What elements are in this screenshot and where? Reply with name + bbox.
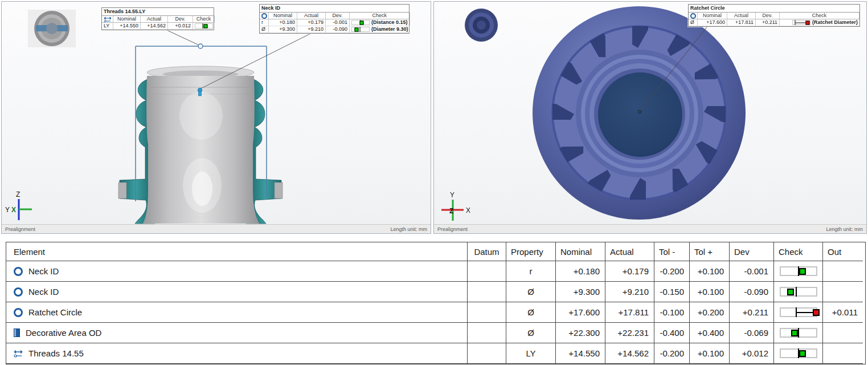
axis-triad: Y X Z [441, 191, 470, 221]
dev-value: -0.090 [326, 26, 350, 33]
tol-minus-value: -0.150 [654, 282, 690, 302]
circle-icon [14, 267, 23, 276]
header-out[interactable]: Out [823, 242, 863, 261]
part-thumbnail [28, 10, 76, 47]
actual-value: +22.231 [605, 323, 654, 343]
viewport-top-view[interactable]: Y X Z Prealignment Length unit: mm [433, 1, 867, 234]
actual-value: +0.179 [297, 19, 326, 26]
axis-label-y: Y [450, 191, 455, 199]
tol-plus-value: +0.100 [690, 282, 730, 302]
nominal-value: +9.300 [269, 26, 297, 33]
col-actual: Actual [727, 13, 756, 19]
annotation-threads[interactable]: Threads 14.55.LY Nominal Actual Dev. Che… [101, 7, 214, 30]
header-tol-plus[interactable]: Tol + [690, 242, 730, 261]
element-name: Threads 14.55 [28, 348, 84, 358]
property-label: LY [102, 23, 113, 30]
axis-label-z: Z [449, 207, 453, 215]
tol-minus-value: -0.100 [654, 302, 690, 323]
check-label: (Ratchet Diameter) [812, 19, 858, 26]
actual-value: +17.811 [605, 302, 654, 323]
viewport-front-view[interactable]: Z Y X Prealignment Length unit: mm [1, 1, 431, 234]
header-datum[interactable]: Datum [468, 242, 506, 261]
tol-plus-value: +0.100 [690, 343, 730, 364]
header-tol-minus[interactable]: Tol - [654, 242, 690, 261]
col-nominal: Nominal [113, 16, 141, 23]
tol-minus-value: -0.200 [654, 261, 690, 282]
property-label: r [260, 19, 269, 26]
dev-value: +0.012 [730, 343, 774, 364]
annotation-neck-id[interactable]: Neck ID Nominal Actual Dev. Check r +0.1… [259, 4, 410, 34]
viewport-statusbar: Prealignment Length unit: mm [2, 224, 431, 233]
tolerance-indicator [780, 287, 817, 297]
distance-icon [104, 17, 112, 22]
cap-top-render: Y X Z [434, 2, 866, 225]
header-actual[interactable]: Actual [605, 242, 654, 261]
alignment-label: Prealignment [5, 226, 35, 232]
nominal-value: +17.600 [556, 302, 605, 323]
tolerance-indicator [780, 348, 817, 358]
nominal-value: +0.180 [556, 261, 605, 282]
dev-value: -0.001 [730, 261, 774, 282]
annotation-title: Ratchet Circle [689, 5, 859, 13]
dev-value: -0.090 [730, 282, 774, 302]
dev-value: +0.012 [168, 23, 193, 30]
nominal-value: +0.180 [269, 19, 297, 26]
part-thumbnail [465, 9, 498, 42]
axis-triad: Z Y X [5, 190, 32, 220]
header-element[interactable]: Element [6, 242, 468, 261]
dev-value: +0.211 [756, 19, 780, 26]
length-unit-label: Length unit: mm [390, 226, 427, 232]
neck-id-measure-point[interactable] [198, 88, 202, 96]
annotation-title: Threads 14.55.LY [102, 8, 214, 16]
header-nominal[interactable]: Nominal [556, 242, 605, 261]
col-dev: Dev. [756, 13, 780, 19]
annotation-ratchet-circle[interactable]: Ratchet Circle Nominal Actual Dev. Check… [688, 4, 860, 27]
tol-minus-value: -0.200 [654, 343, 690, 364]
out-value [823, 282, 863, 302]
col-nominal: Nominal [269, 13, 297, 19]
viewport-statusbar: Prealignment Length unit: mm [434, 224, 866, 233]
header-property[interactable]: Property [506, 242, 556, 261]
out-value: +0.011 [823, 302, 863, 323]
col-dev: Dev. [168, 16, 193, 23]
header-check[interactable]: Check [774, 242, 823, 261]
element-name: Ratchet Circle [28, 307, 82, 317]
col-actual: Actual [297, 13, 326, 19]
tolerance-indicator [195, 23, 213, 29]
nominal-value: +14.550 [556, 343, 605, 364]
tolerance-indicator [351, 20, 370, 25]
annotation-title: Neck ID [260, 5, 409, 13]
circle-icon [14, 308, 23, 317]
col-actual: Actual [141, 16, 168, 23]
col-check: Check [780, 13, 859, 19]
out-value [823, 343, 863, 364]
datum-value [468, 343, 506, 364]
circle-icon [261, 13, 267, 19]
header-dev[interactable]: Dev [730, 242, 774, 261]
property-value: r [506, 261, 556, 282]
datum-value [468, 282, 506, 302]
axis-label-x: X [11, 206, 16, 214]
property-value: Ø [506, 302, 556, 323]
check-label: (Distance 0.15) [371, 19, 408, 26]
length-unit-label: Length unit: mm [826, 226, 863, 232]
actual-value: +17.811 [727, 19, 756, 26]
axis-label-y: Y [5, 206, 10, 214]
surface-icon [14, 328, 20, 337]
tolerance-indicator [780, 266, 817, 276]
nominal-value: +9.300 [556, 282, 605, 302]
property-value: LY [506, 343, 556, 364]
col-check: Check [350, 13, 410, 19]
property-label: Ø [260, 26, 269, 33]
element-name: Decorative Area OD [26, 328, 101, 338]
nominal-value: +22.300 [556, 323, 605, 343]
out-value [823, 323, 863, 343]
datum-value [468, 323, 506, 343]
inspection-results-table: Element Datum Property Nominal Actual To… [6, 242, 866, 364]
element-name: Neck ID [28, 266, 59, 276]
alignment-label: Prealignment [437, 226, 468, 232]
out-value [823, 261, 863, 282]
col-nominal: Nominal [698, 13, 727, 19]
axis-label-z: Z [16, 190, 20, 198]
nominal-value: +17.600 [698, 19, 727, 26]
